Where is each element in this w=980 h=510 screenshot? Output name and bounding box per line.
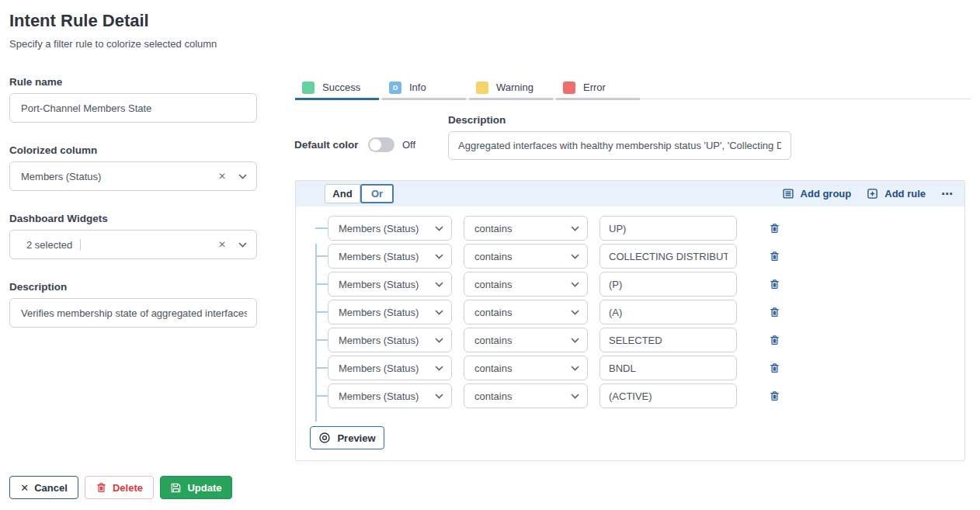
rule-operator-value: contains [474, 223, 571, 234]
rule-builder-group: And Or Add group [295, 180, 965, 461]
rule-row: Members (Status) contains [328, 328, 964, 352]
delete-rule-button[interactable] [769, 362, 780, 374]
chevron-down-icon [571, 282, 579, 287]
chevron-down-icon[interactable] [238, 242, 247, 248]
page-subtitle: Specify a filter rule to colorize select… [9, 38, 217, 50]
tab-info[interactable]: D Info [382, 75, 466, 99]
close-icon: ✕ [20, 482, 29, 494]
rule-field-select[interactable]: Members (Status) [328, 216, 452, 241]
rule-operator-value: contains [474, 279, 571, 290]
tab-label: Info [409, 82, 426, 93]
default-color-toggle[interactable] [368, 137, 394, 152]
rule-operator-select[interactable]: contains [464, 328, 588, 352]
error-color-swatch [563, 82, 575, 94]
rule-row: Members (Status) contains [328, 383, 964, 408]
dashboard-widgets-select[interactable]: 2 selected ✕ [9, 230, 257, 259]
save-icon [170, 482, 182, 494]
colorized-column-label: Colorized column [9, 144, 97, 156]
rule-name-label: Rule name [9, 76, 62, 88]
rule-field-select[interactable]: Members (Status) [328, 356, 452, 380]
rule-value-input[interactable] [599, 300, 737, 324]
preview-button[interactable]: Preview [310, 426, 384, 449]
tab-label: Success [322, 82, 360, 93]
delete-rule-button[interactable] [769, 306, 780, 318]
logic-or-button[interactable]: Or [360, 184, 394, 203]
clear-icon[interactable]: ✕ [218, 171, 226, 182]
rule-field-value: Members (Status) [339, 279, 435, 290]
tab-label: Warning [496, 82, 533, 93]
rule-field-select[interactable]: Members (Status) [328, 272, 452, 297]
rule-rows: Members (Status) contains [296, 206, 964, 408]
delete-rule-button[interactable] [769, 222, 780, 234]
rule-field-value: Members (Status) [339, 335, 435, 346]
default-badge: D [393, 84, 398, 92]
chevron-down-icon [435, 310, 443, 315]
chevron-down-icon [571, 226, 579, 231]
rule-operator-select[interactable]: contains [464, 216, 588, 241]
rule-field-value: Members (Status) [339, 307, 435, 318]
rule-value-input[interactable] [599, 328, 737, 352]
chevron-down-icon [571, 310, 579, 315]
dashboard-widgets-label: Dashboard Widgets [9, 213, 108, 224]
warning-color-swatch [476, 82, 488, 94]
tab-warning[interactable]: Warning [469, 75, 553, 99]
rule-field-select[interactable]: Members (Status) [328, 328, 452, 352]
rule-operator-value: contains [474, 251, 571, 262]
add-group-button[interactable]: Add group [782, 188, 852, 199]
eye-icon [318, 432, 331, 444]
chevron-down-icon[interactable] [238, 174, 247, 179]
more-options-button[interactable]: ⋯ [941, 187, 954, 201]
trash-icon [96, 481, 107, 494]
colorized-column-select[interactable]: Members (Status) ✕ [9, 161, 257, 191]
update-button[interactable]: Update [160, 476, 232, 499]
add-rule-button[interactable]: Add rule [867, 188, 926, 199]
rule-value-input[interactable] [599, 244, 737, 269]
add-rule-label: Add rule [884, 188, 926, 199]
rule-field-value: Members (Status) [339, 223, 435, 234]
panel-description-input[interactable] [448, 131, 791, 160]
delete-button[interactable]: Delete [85, 476, 154, 499]
info-color-swatch: D [389, 82, 401, 94]
rule-operator-select[interactable]: contains [464, 356, 588, 380]
rule-name-input[interactable] [9, 93, 257, 123]
description-label: Description [9, 281, 67, 293]
rule-value-input[interactable] [599, 383, 737, 408]
tab-success[interactable]: Success [295, 75, 379, 99]
tab-error[interactable]: Error [556, 75, 640, 99]
rule-value-input[interactable] [599, 272, 737, 297]
selected-count-chip[interactable]: 2 selected [21, 239, 81, 251]
rule-field-select[interactable]: Members (Status) [328, 244, 452, 269]
chevron-down-icon [571, 338, 579, 343]
update-label: Update [187, 482, 221, 494]
rule-value-input[interactable] [599, 356, 737, 380]
description-input[interactable] [9, 298, 257, 328]
default-color-state: Off [402, 139, 415, 151]
rule-operator-select[interactable]: contains [464, 244, 588, 269]
delete-rule-button[interactable] [769, 334, 780, 346]
chevron-down-icon [435, 226, 443, 231]
success-color-swatch [302, 82, 315, 94]
rule-operator-value: contains [474, 307, 571, 318]
rule-operator-select[interactable]: contains [464, 272, 588, 297]
delete-rule-button[interactable] [769, 250, 780, 262]
chevron-down-icon [435, 254, 443, 259]
chevron-down-icon [571, 394, 579, 399]
rule-value-input[interactable] [599, 216, 737, 241]
chevron-down-icon [435, 394, 443, 399]
rule-field-value: Members (Status) [339, 251, 435, 262]
delete-rule-button[interactable] [769, 390, 780, 402]
rule-field-select[interactable]: Members (Status) [328, 300, 452, 324]
rule-row: Members (Status) contains [328, 216, 964, 241]
cancel-button[interactable]: ✕ Cancel [9, 476, 78, 499]
rule-field-select[interactable]: Members (Status) [328, 383, 452, 408]
chevron-down-icon [435, 338, 443, 343]
rule-operator-select[interactable]: contains [464, 300, 588, 324]
panel-description-label: Description [448, 114, 506, 126]
toggle-knob [370, 139, 381, 151]
rule-field-value: Members (Status) [339, 390, 435, 402]
clear-icon[interactable]: ✕ [218, 239, 226, 250]
rule-operator-select[interactable]: contains [464, 383, 588, 408]
delete-rule-button[interactable] [769, 278, 780, 290]
colorized-column-value: Members (Status) [21, 171, 218, 182]
logic-and-button[interactable]: And [325, 184, 360, 203]
